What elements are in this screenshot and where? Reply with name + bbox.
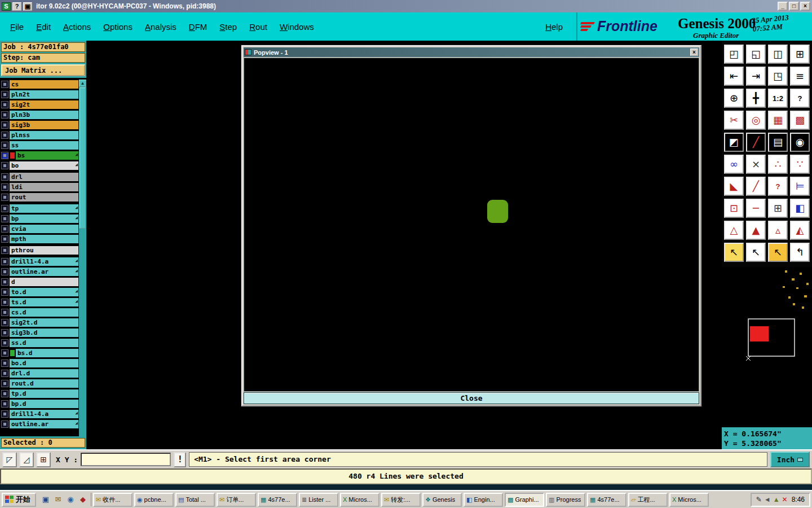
volume-icon[interactable]: ◄ [764,496,771,503]
layer-row-tp.d[interactable]: tp.d [1,389,78,398]
close-button[interactable]: × [800,2,810,11]
mail-icon[interactable]: ✉ [53,494,63,505]
zoom-center-tool[interactable]: ⊕ [724,89,744,108]
media-icon[interactable]: ◆ [78,494,88,505]
taskbar-item[interactable]: ▤Total ... [175,493,215,507]
layer-row-drill1-4.a[interactable]: drill1-4.a◢ [1,409,78,418]
xy-input[interactable] [81,453,171,466]
help-tool[interactable]: ? [790,89,810,108]
triangle-small-tool[interactable]: ▵ [768,221,788,240]
popview-close-button[interactable]: Close [244,392,699,404]
layer-visibility-checkbox[interactable] [1,111,8,119]
browser-icon[interactable]: ◉ [65,494,76,505]
layer-visibility-checkbox[interactable] [1,81,8,88]
layer-visibility-checkbox[interactable] [1,309,8,316]
menu-actions[interactable]: Actions [58,19,96,35]
antivirus-icon[interactable]: ▲ [773,496,780,503]
layer-row-mpth[interactable]: mpth [1,234,78,243]
select-cursor-tool[interactable]: ↖ [724,243,744,262]
layer-row-drill1-4.a[interactable]: drill1-4.a◢ [1,257,78,266]
taskbar-item[interactable]: ◉pcbne... [134,493,174,507]
layer-row-sig3b[interactable]: sig3b [1,120,78,129]
angle-measure-tool[interactable]: ◣ [724,177,744,196]
layer-row-bs[interactable]: bs◢ [1,151,78,160]
layer-row-outline.ar[interactable]: outline.ar◢ [1,419,78,428]
taskbar-item[interactable]: ▱工程... [628,493,668,507]
area-select-alt-button[interactable]: ◿ [19,452,34,467]
taskbar-item[interactable]: ▥Progress [546,493,585,507]
taskbar-item[interactable]: ▦4s77e... [587,493,626,507]
grid-snap-tool[interactable]: ▦ [768,111,788,130]
layer-row-cs.d[interactable]: cs.d [1,308,78,317]
menu-windows[interactable]: Windows [274,19,320,35]
select-yellow-tool[interactable]: ↖ [768,243,788,262]
layer-visibility-checkbox[interactable] [1,225,8,233]
layer-visibility-checkbox[interactable] [1,132,8,139]
close-pair-tool[interactable]: × [746,155,766,174]
redraw-screen-tool[interactable]: ◱ [746,45,766,64]
layer-row-ss.d[interactable]: ss.d [1,338,78,347]
taskbar-item[interactable]: ◧Engin... [464,493,503,507]
popview-viewport[interactable] [244,58,699,392]
menu-options[interactable]: Options [98,19,138,35]
menu-edit[interactable]: Edit [30,19,56,35]
taskbar-item[interactable]: ✉订单... [217,493,256,507]
net-compare-tool[interactable]: ⊨ [790,177,810,196]
maximize-button[interactable]: □ [789,2,799,11]
desktop-icon[interactable]: ▣ [41,494,51,505]
layer-visibility-checkbox[interactable] [1,173,8,181]
layer-visibility-checkbox[interactable] [1,400,8,408]
measure-pad-tool[interactable]: ∵ [790,155,810,174]
zoom-ratio-tool[interactable]: 1:2 [768,89,788,108]
alert-button[interactable]: ! [174,452,186,467]
layer-visibility-checkbox[interactable] [1,215,8,222]
overview-minimap[interactable] [722,267,812,427]
taskbar-item[interactable]: ❖Genesis [422,493,462,507]
slope-measure-tool[interactable]: ╱ [746,177,766,196]
system-menu-icon[interactable]: ▣ [23,2,32,11]
layer-row-drl[interactable]: drl [1,172,78,181]
layer-row-bs.d[interactable]: bs.d [1,348,78,357]
origin-tool[interactable]: ◩ [724,133,744,152]
layer-visibility-checkbox[interactable] [1,349,8,357]
layer-row-cs[interactable]: cs [1,80,78,89]
layer-visibility-checkbox[interactable] [1,421,8,428]
minimize-button[interactable]: _ [778,2,788,11]
measure-pair-tool[interactable]: ∴ [768,155,788,174]
layer-row-bo[interactable]: bo◢ [1,161,78,170]
select-window-tool[interactable]: ↖ [746,243,766,262]
menu-file[interactable]: File [5,19,29,35]
scrollbar-thumb[interactable] [80,87,86,229]
layer-row-plnss[interactable]: plnss [1,130,78,139]
layer-row-rout.d[interactable]: rout.d [1,379,78,388]
start-button[interactable]: 开始 [2,493,36,507]
layer-visibility-checkbox[interactable] [1,162,8,169]
layer-visibility-checkbox[interactable] [1,121,8,129]
layer-visibility-checkbox[interactable] [1,194,8,201]
scroll-up-icon[interactable]: ▲ [79,80,86,87]
layer-visibility-checkbox[interactable] [1,329,8,336]
triangle-mixed-tool[interactable]: ◭ [790,221,810,240]
layer-row-tp[interactable]: tp◢ [1,204,78,213]
layer-stack-tool[interactable]: ≡ [790,67,810,86]
dot-grid-tool[interactable]: ▩ [790,111,810,130]
layer-visibility-checkbox[interactable] [1,339,8,347]
popview-title-bar[interactable]: Popview - 1 × [244,47,699,57]
frame-snap-tool[interactable]: ⊞ [768,199,788,218]
job-matrix-button[interactable]: Job Matrix ... [1,64,85,76]
layer-row-rout[interactable]: rout [1,192,78,202]
pan-right-tool[interactable]: ⇥ [746,67,766,86]
taskbar-item[interactable]: ✉收件... [93,493,133,507]
taskbar-item[interactable]: ✉转发:... [381,493,421,507]
error-icon[interactable]: ✕ [782,496,788,503]
menu-step[interactable]: Step [214,19,242,35]
layer-visibility-checkbox[interactable] [1,278,8,286]
layer-scrollbar[interactable]: ▲ [79,80,86,436]
menu-help[interactable]: Help [540,19,568,35]
layer-row-to.d[interactable]: to.d◢ [1,287,78,296]
layer-visibility-checkbox[interactable] [1,268,8,275]
menu-analysis[interactable]: Analysis [139,19,182,35]
query-tool[interactable]: ? [768,177,788,196]
layer-visibility-checkbox[interactable] [1,205,8,212]
layer-row-ldi[interactable]: ldi [1,182,78,191]
